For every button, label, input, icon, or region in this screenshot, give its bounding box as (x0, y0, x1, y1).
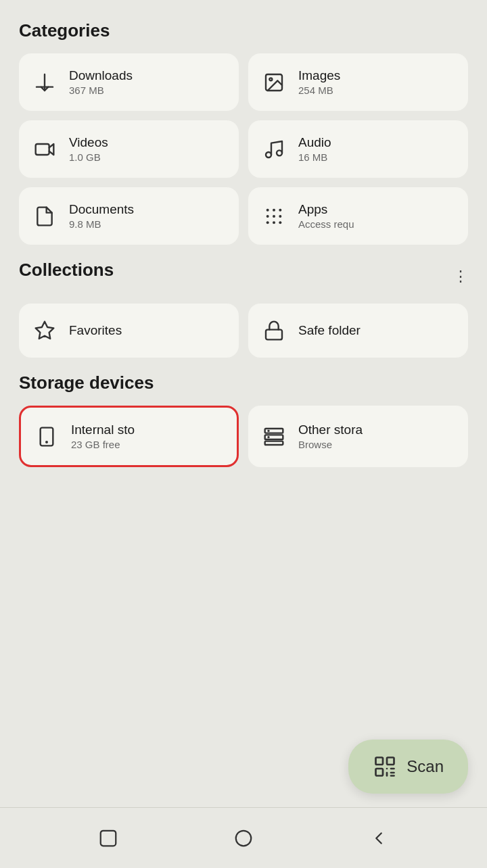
nav-home-icon[interactable] (229, 823, 258, 853)
storage-card-internal[interactable]: Internal sto 23 GB free (19, 406, 239, 467)
documents-text: Documents 9.8 MB (69, 202, 134, 230)
video-icon (32, 137, 57, 162)
category-card-videos[interactable]: Videos 1.0 GB (19, 120, 239, 178)
svg-rect-22 (265, 441, 283, 444)
apps-icon (262, 204, 286, 228)
categories-title: Categories (19, 20, 468, 41)
server-icon (262, 425, 286, 449)
categories-section: Categories Downloads 367 MB (19, 20, 468, 245)
svg-point-5 (266, 152, 271, 158)
other-storage-sub: Browse (298, 439, 363, 450)
downloads-size: 367 MB (69, 85, 133, 96)
scan-icon (373, 754, 397, 779)
image-icon (262, 70, 286, 95)
document-icon (32, 204, 57, 228)
audio-icon (262, 137, 286, 162)
category-card-downloads[interactable]: Downloads 367 MB (19, 53, 239, 111)
scan-label: Scan (407, 757, 444, 776)
images-label: Images (298, 68, 340, 83)
internal-storage-label: Internal sto (71, 423, 135, 437)
file-manager-screen: Categories Downloads 367 MB (0, 0, 487, 868)
category-card-documents[interactable]: Documents 9.8 MB (19, 187, 239, 245)
audio-label: Audio (298, 135, 331, 150)
svg-rect-27 (376, 769, 384, 776)
internal-storage-sub: 23 GB free (71, 439, 135, 450)
apps-access: Access requ (298, 218, 354, 230)
downloads-text: Downloads 367 MB (69, 68, 133, 96)
phone-icon (34, 425, 59, 449)
svg-point-14 (273, 221, 275, 224)
categories-grid-row3: Documents 9.8 MB (19, 187, 468, 245)
other-storage-label: Other stora (298, 423, 363, 437)
collections-grid: Favorites Safe folder (19, 304, 468, 358)
storage-devices-section: Storage devices Internal sto 23 GB free (19, 372, 468, 467)
apps-text: Apps Access requ (298, 202, 354, 230)
svg-point-13 (266, 221, 269, 224)
collections-title: Collections (19, 260, 114, 281)
svg-point-6 (277, 150, 282, 155)
svg-point-11 (273, 215, 275, 218)
apps-label: Apps (298, 202, 354, 217)
svg-point-3 (269, 78, 272, 80)
download-icon (32, 70, 57, 95)
nav-square-icon[interactable] (93, 823, 123, 853)
videos-label: Videos (69, 135, 108, 150)
nav-back-icon[interactable] (364, 823, 394, 853)
storage-grid: Internal sto 23 GB free (19, 406, 468, 467)
collections-section: Collections ⋮ Favorites (19, 260, 468, 358)
svg-point-10 (266, 215, 269, 218)
category-card-images[interactable]: Images 254 MB (248, 53, 468, 111)
videos-size: 1.0 GB (69, 151, 108, 163)
content-area: Categories Downloads 367 MB (0, 0, 487, 807)
downloads-label: Downloads (69, 68, 133, 83)
collection-card-safe-folder[interactable]: Safe folder (248, 304, 468, 358)
favorites-label: Favorites (69, 323, 122, 338)
svg-point-7 (266, 208, 269, 211)
svg-point-12 (279, 215, 281, 218)
svg-rect-4 (36, 144, 49, 155)
svg-rect-33 (101, 830, 116, 846)
categories-grid-row1: Downloads 367 MB Images (19, 53, 468, 111)
svg-point-8 (273, 208, 275, 211)
storage-devices-title: Storage devices (19, 372, 468, 393)
svg-rect-17 (266, 330, 282, 340)
collections-header: Collections ⋮ (19, 260, 468, 293)
favorites-text: Favorites (69, 323, 122, 338)
category-card-apps[interactable]: Apps Access requ (248, 187, 468, 245)
videos-text: Videos 1.0 GB (69, 135, 108, 163)
svg-rect-26 (387, 758, 394, 765)
navigation-bar (0, 807, 487, 868)
svg-rect-25 (376, 758, 384, 765)
audio-text: Audio 16 MB (298, 135, 331, 163)
svg-point-9 (279, 208, 281, 211)
collection-card-favorites[interactable]: Favorites (19, 304, 239, 358)
star-icon (32, 318, 57, 343)
svg-point-15 (279, 221, 281, 224)
images-size: 254 MB (298, 85, 340, 96)
internal-storage-text: Internal sto 23 GB free (71, 423, 135, 450)
safe-folder-label: Safe folder (298, 323, 361, 338)
more-options-icon[interactable]: ⋮ (453, 268, 468, 285)
documents-size: 9.8 MB (69, 218, 134, 230)
storage-card-other[interactable]: Other stora Browse (248, 406, 468, 467)
audio-size: 16 MB (298, 151, 331, 163)
svg-point-34 (236, 830, 252, 846)
category-card-audio[interactable]: Audio 16 MB (248, 120, 468, 178)
svg-marker-16 (36, 322, 54, 339)
scan-fab[interactable]: Scan (348, 740, 468, 794)
categories-grid-row2: Videos 1.0 GB Audio 16 (19, 120, 468, 178)
documents-label: Documents (69, 202, 134, 217)
safe-folder-text: Safe folder (298, 323, 361, 338)
lock-icon (262, 318, 286, 343)
other-storage-text: Other stora Browse (298, 423, 363, 450)
images-text: Images 254 MB (298, 68, 340, 96)
